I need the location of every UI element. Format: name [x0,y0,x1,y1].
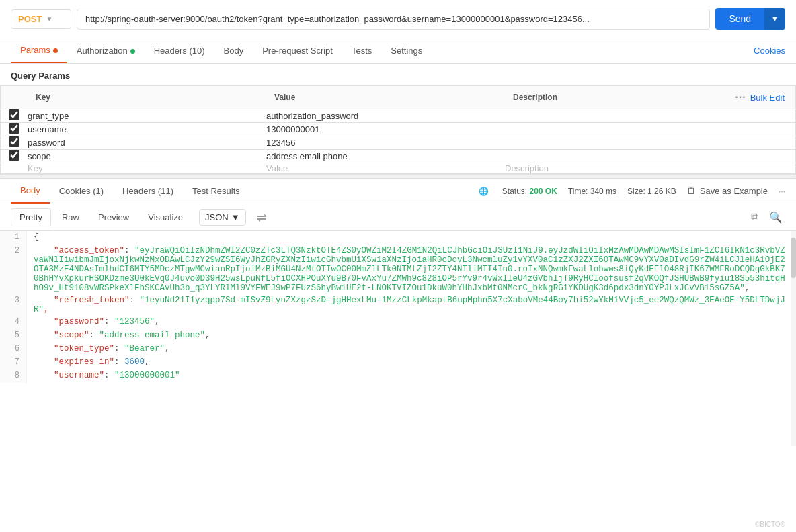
line-content-3: "refresh_token": "1eyuNd21I1yzqpp7Sd-mIS… [27,294,796,316]
code-line-6: 6 "token_type": "Bearer", [0,343,796,356]
save-as-example-button[interactable]: 🗒 Save as Example [687,186,768,196]
json-format-select[interactable]: JSON ▼ [199,209,246,226]
row2-actions [715,136,795,150]
line-num-3: 3 [0,294,27,316]
line-num-2: 2 [0,245,27,294]
response-tab-cookies[interactable]: Cookies (1) [50,179,113,203]
method-label: POST [18,14,42,24]
row1-desc [505,123,715,136]
response-tab-headers[interactable]: Headers (11) [113,179,183,203]
row2-key: password [28,138,65,148]
query-params-label: Query Params [0,64,796,85]
code-line-7: 7 "expires_in": 3600, [0,356,796,369]
table-row: scope address email phone [1,150,795,163]
status-label: Status: 200 OK [502,187,557,196]
time-label: Time: 340 ms [568,187,616,196]
globe-icon: 🌐 [479,187,489,196]
row0-value: authorization_password [266,111,358,121]
auth-dot [130,49,135,54]
table-row: username 13000000001 [1,123,795,136]
code-line-2: 2 "access_token": "eyJraWQiOiIzNDhmZWI2Z… [0,245,796,294]
tab-authorization[interactable]: Authorization [67,39,145,62]
code-line-3: 3 "refresh_token": "1eyuNd21I1yzqpp7Sd-m… [0,294,796,316]
tab-settings[interactable]: Settings [381,39,432,62]
th-value: Value [266,86,505,109]
line-content-7: "expires_in": 3600, [27,356,796,369]
row0-desc [505,109,715,123]
params-dot [53,48,58,53]
format-tab-pretty[interactable]: Pretty [11,208,51,226]
format-tab-visualize[interactable]: Visualize [140,209,191,226]
send-dropdown-button[interactable]: ▼ [764,8,785,30]
wrap-icon[interactable]: ⇌ [257,210,267,225]
table-row: grant_type authorization_password [1,109,795,123]
response-tabs: Body Cookies (1) Headers (11) Test Resul… [0,179,796,204]
tab-pre-request[interactable]: Pre-request Script [253,39,342,62]
more-options-icon[interactable]: ··· [735,91,746,103]
cookies-link[interactable]: Cookies [754,46,785,56]
row1-key: username [28,124,67,134]
line-num-8: 8 [0,369,27,383]
code-line-4: 4 "password": "123456", [0,316,796,329]
save-icon: 🗒 [687,186,696,196]
line-num-5: 5 [0,329,27,343]
code-line-8: 8 "username": "13000000001" [0,369,796,383]
row0-actions [715,109,795,123]
copy-icon[interactable]: ⧉ [748,208,761,226]
row3-desc [505,150,715,163]
th-actions: ··· Bulk Edit [715,86,795,109]
tab-body[interactable]: Body [214,39,253,62]
url-input[interactable] [77,9,710,30]
url-bar: POST ▼ Send ▼ [0,0,796,38]
line-num-4: 4 [0,316,27,329]
scrollbar-thumb[interactable] [791,238,796,278]
format-tab-raw[interactable]: Raw [54,209,87,226]
row3-actions [715,150,795,163]
response-more-icon[interactable]: ··· [779,187,785,196]
method-chevron-icon: ▼ [46,15,52,23]
tab-params[interactable]: Params [11,38,67,63]
response-tab-body[interactable]: Body [11,179,50,204]
size-label: Size: 1.26 KB [627,187,676,196]
tab-tests[interactable]: Tests [342,39,381,62]
empty-key[interactable]: Key [28,163,42,173]
row3-value: address email phone [266,151,348,161]
row2-checkbox[interactable] [9,136,19,147]
empty-actions [715,163,795,174]
response-body-code[interactable]: 1 { 2 "access_token": "eyJraWQiOiIzNDhmZ… [0,231,796,446]
send-button-wrapper: Send ▼ [715,8,785,30]
response-tab-test-results[interactable]: Test Results [183,179,249,203]
line-num-6: 6 [0,343,27,356]
row0-checkbox[interactable] [9,109,19,120]
row3-checkbox[interactable] [9,150,19,161]
empty-value[interactable]: Value [266,163,288,173]
line-num-7: 7 [0,356,27,369]
th-desc: Description [505,86,715,109]
line-num-1: 1 [0,231,27,245]
line-content-5: "scope": "address email phone", [27,329,796,343]
line-content-1: { [27,231,796,245]
th-key: Key [28,86,266,109]
method-select[interactable]: POST ▼ [11,9,71,29]
table-row: password 123456 [1,136,795,150]
line-content-8: "username": "13000000001" [27,369,796,383]
line-content-4: "password": "123456", [27,316,796,329]
row2-value: 123456 [266,138,295,148]
format-tab-preview[interactable]: Preview [90,209,137,226]
search-icon[interactable]: 🔍 [766,208,785,226]
line-content-2: "access_token": "eyJraWQiOiIzNDhmZWI2ZC0… [27,245,796,294]
code-line-1: 1 { [0,231,796,245]
code-line-5: 5 "scope": "address email phone", [0,329,796,343]
bulk-edit-label[interactable]: Bulk Edit [750,93,785,103]
row3-key: scope [28,151,51,161]
row0-key: grant_type [28,111,69,121]
watermark: ©BICTO® [755,521,785,528]
row2-desc [505,136,715,150]
row1-value: 13000000001 [266,124,320,134]
empty-desc[interactable]: Description [505,163,549,173]
row1-checkbox[interactable] [9,123,19,134]
tab-headers[interactable]: Headers (10) [145,39,214,62]
scrollbar-track[interactable] [791,231,796,446]
send-button[interactable]: Send [715,8,764,30]
empty-row: Key Value Description [1,163,795,174]
